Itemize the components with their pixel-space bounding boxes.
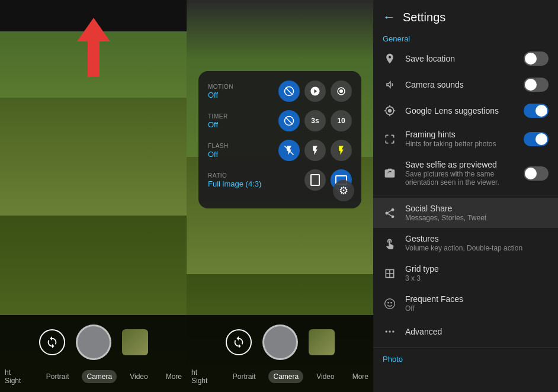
camera-controls-left (39, 324, 148, 360)
framing-hints-title: Framing hints (405, 130, 515, 139)
divider-1 (373, 195, 558, 195)
frequent-faces-subtitle: Off (405, 304, 549, 313)
social-share-text: Social Share Messages, Stories, Tweet (405, 204, 549, 222)
mode-camera-left[interactable]: Camera (82, 370, 117, 383)
motion-value: Off (208, 91, 278, 99)
gestures-subtitle: Volume key action, Double-tap action (405, 244, 549, 252)
mode-portrait-right[interactable]: Portrait (228, 370, 261, 383)
save-location-toggle[interactable] (524, 52, 549, 66)
advanced-text: Advanced (405, 327, 549, 336)
settings-framing-hints[interactable]: Framing hints Hints for taking better ph… (373, 124, 558, 154)
timer-icons: 3s 10 (278, 110, 352, 131)
mode-camera-right[interactable]: Camera (268, 370, 303, 383)
save-selfie-title: Save selfie as previewed (405, 160, 515, 169)
mode-more-left[interactable]: More (161, 370, 187, 383)
popup-motion-row: MOTION Off (208, 81, 352, 102)
camera-sounds-title: Camera sounds (405, 80, 515, 89)
share-icon (383, 206, 397, 220)
face-icon (383, 297, 397, 311)
photo-thumbnail-left[interactable] (122, 329, 148, 355)
settings-social-share[interactable]: Social Share Messages, Stories, Tweet (373, 198, 558, 228)
save-location-title: Save location (405, 54, 515, 63)
mode-video-right[interactable]: Video (312, 370, 339, 383)
settings-frequent-faces[interactable]: Frequent Faces Off (373, 288, 558, 319)
general-section-label: General (373, 30, 558, 46)
settings-panel: ← Settings General Save location Camera … (373, 0, 558, 392)
timer-10s-btn[interactable]: 10 (331, 110, 352, 131)
save-selfie-toggle[interactable] (524, 166, 549, 181)
timer-value: Off (208, 120, 278, 129)
frequent-faces-title: Frequent Faces (405, 294, 549, 304)
popup-timer-row: TIMER Off 3s 10 (208, 110, 352, 131)
grid-type-subtitle: 3 x 3 (405, 274, 549, 282)
flash-off-btn[interactable] (278, 140, 300, 161)
svg-point-14 (392, 330, 394, 332)
back-button[interactable]: ← (383, 9, 396, 25)
save-location-text: Save location (405, 54, 515, 63)
dots-icon (383, 324, 397, 339)
volume-icon (383, 78, 397, 92)
framing-icon (383, 132, 397, 146)
framing-hints-text: Framing hints Hints for taking better ph… (405, 130, 515, 148)
camera-left-panel: ▾ ht Sight Portrait Camera Video More (0, 0, 187, 392)
social-share-subtitle: Messages, Stories, Tweet (405, 214, 549, 222)
advanced-title: Advanced (405, 327, 549, 336)
settings-advanced[interactable]: Advanced (373, 319, 558, 345)
settings-camera-sounds[interactable]: Camera sounds (373, 72, 558, 98)
timer-off-btn[interactable] (278, 110, 300, 131)
settings-grid-type[interactable]: Grid type 3 x 3 (373, 258, 558, 288)
location-icon (383, 52, 397, 66)
frequent-faces-text: Frequent Faces Off (405, 294, 549, 313)
selfie-icon (383, 166, 397, 181)
shutter-button-right[interactable] (262, 324, 298, 360)
grid-type-title: Grid type (405, 264, 549, 274)
settings-save-location[interactable]: Save location (373, 46, 558, 72)
motion-label: MOTION (208, 83, 278, 90)
svg-point-3 (339, 89, 343, 93)
settings-gestures[interactable]: Gestures Volume key action, Double-tap a… (373, 228, 558, 258)
google-lens-toggle[interactable] (524, 104, 549, 118)
divider-2 (373, 347, 558, 348)
flip-camera-button[interactable] (39, 329, 65, 355)
svg-point-10 (387, 302, 389, 303)
svg-point-12 (386, 330, 387, 332)
mode-night-sight-left[interactable]: ht Sight (0, 366, 33, 387)
settings-save-selfie[interactable]: Save selfie as previewed Save pictures w… (373, 154, 558, 192)
save-selfie-subtitle: Save pictures with the same orientation … (405, 170, 515, 187)
grid-type-text: Grid type 3 x 3 (405, 264, 549, 282)
flip-camera-button-right[interactable] (226, 329, 252, 355)
flash-value: Off (208, 150, 278, 159)
shutter-button[interactable] (76, 324, 111, 360)
camera-controls-right (226, 324, 335, 360)
ratio-916-btn[interactable] (304, 169, 326, 191)
motion-off-btn[interactable] (278, 81, 300, 102)
mode-portrait-left[interactable]: Portrait (41, 370, 74, 383)
timer-3s-btn[interactable]: 3s (304, 110, 326, 131)
camera-sounds-text: Camera sounds (405, 80, 515, 89)
mode-video-left[interactable]: Video (125, 370, 152, 383)
flash-on-btn[interactable] (331, 140, 352, 161)
framing-hints-toggle[interactable] (524, 132, 549, 146)
motion-on-btn[interactable] (331, 81, 352, 102)
gestures-title: Gestures (405, 234, 549, 243)
mode-more-right[interactable]: More (348, 370, 373, 383)
camera-sounds-toggle[interactable] (524, 78, 549, 92)
settings-google-lens[interactable]: Google Lens suggestions (373, 98, 558, 124)
google-lens-title: Google Lens suggestions (405, 106, 515, 115)
flash-label: FLASH (208, 143, 278, 149)
camera-settings-popup[interactable]: MOTION Off TIMER Off (198, 71, 361, 208)
camera-bottom-bar-left: ht Sight Portrait Camera Video More (0, 315, 187, 392)
svg-line-5 (286, 117, 293, 124)
svg-point-11 (390, 302, 392, 303)
popup-settings-gear[interactable]: ⚙ (333, 180, 354, 201)
camera-modes-left: ht Sight Portrait Camera Video More (0, 366, 187, 387)
flash-icons (278, 140, 352, 161)
motion-auto-btn[interactable] (304, 81, 326, 102)
framing-hints-subtitle: Hints for taking better photos (405, 140, 515, 148)
gestures-icon (383, 236, 397, 250)
google-lens-text: Google Lens suggestions (405, 106, 515, 115)
mode-night-sight-right[interactable]: ht Sight (187, 366, 220, 387)
svg-point-13 (389, 330, 390, 332)
photo-thumbnail-right[interactable] (309, 329, 335, 355)
flash-auto-btn[interactable] (304, 140, 326, 161)
